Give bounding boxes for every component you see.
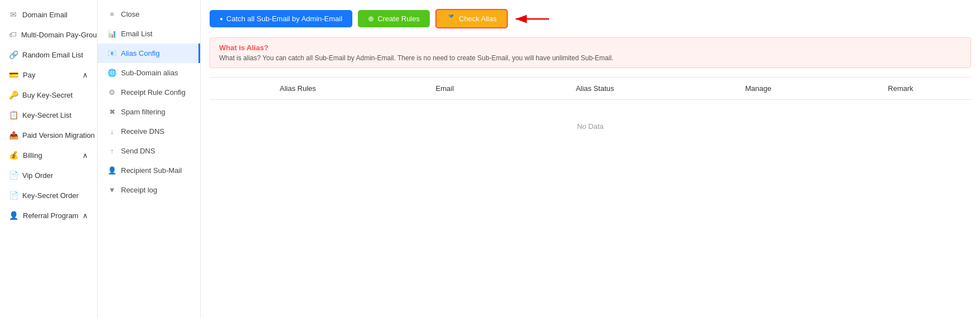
sub-sidebar-item-email-list[interactable]: 📊 Email List bbox=[98, 24, 200, 44]
sub-sidebar-item-sub-domain-alias[interactable]: 🌐 Sub-Domain alias bbox=[98, 63, 200, 83]
close-menu-icon: ≡ bbox=[108, 10, 117, 18]
sidebar-item-random-email[interactable]: 🔗 Random Email List bbox=[0, 45, 97, 65]
sub-sidebar-item-label: Send DNS bbox=[121, 147, 155, 155]
sidebar-item-multi-domain[interactable]: 🏷 Multi-Domain Pay-Group bbox=[0, 25, 97, 45]
email-list-icon: 📊 bbox=[108, 30, 117, 38]
sidebar-item-vip-order[interactable]: 📄 Vip Order bbox=[0, 165, 97, 185]
table-header-alias-status: Alias Status bbox=[503, 78, 686, 100]
sidebar-item-label: Referral Program bbox=[23, 211, 79, 220]
domain-email-icon: ✉ bbox=[9, 10, 18, 19]
key-order-icon: 📄 bbox=[9, 191, 18, 200]
sub-sidebar-item-label: Alias Config bbox=[121, 49, 159, 57]
catch-all-label: Catch all Sub-Email by Admin-Email bbox=[226, 15, 342, 23]
table-header-row: Alias Rules Email Alias Status Manage Re… bbox=[210, 78, 971, 100]
key-icon: 🔑 bbox=[9, 90, 18, 99]
referral-icon: 👤 bbox=[9, 211, 18, 220]
receive-dns-icon: ↓ bbox=[108, 127, 117, 136]
sidebar-item-key-secret-list[interactable]: 📋 Key-Secret List bbox=[0, 105, 97, 125]
table-header-manage: Manage bbox=[686, 78, 830, 100]
table-header-remark: Remark bbox=[830, 78, 971, 100]
sub-sidebar-item-label: Email List bbox=[121, 30, 152, 38]
table-header-alias-rules: Alias Rules bbox=[210, 78, 386, 100]
multi-domain-icon: 🏷 bbox=[9, 30, 17, 39]
sub-sidebar-item-receipt-rule-config[interactable]: ⚙ Receipt Rule Config bbox=[98, 83, 200, 102]
toolbar: ● Catch all Sub-Email by Admin-Email ⊕ C… bbox=[210, 9, 971, 28]
sidebar-item-label: Multi-Domain Pay-Group bbox=[21, 31, 98, 39]
create-rules-button[interactable]: ⊕ Create Rules bbox=[358, 10, 430, 27]
chevron-up-icon: ∧ bbox=[83, 71, 88, 79]
migration-icon: 📤 bbox=[9, 131, 18, 139]
left-sidebar: ✉ Domain Email 🏷 Multi-Domain Pay-Group … bbox=[0, 0, 98, 318]
alias-config-icon: 📧 bbox=[108, 49, 117, 57]
alias-info-box: What is Alias? What is alias? You can ca… bbox=[210, 37, 971, 68]
chevron-up-icon: ∧ bbox=[83, 211, 88, 220]
sub-sidebar-item-close[interactable]: ≡ Close bbox=[98, 4, 200, 24]
sub-sidebar: ≡ Close 📊 Email List 📧 Alias Config 🌐 Su… bbox=[98, 0, 201, 318]
sidebar-item-label: Key-Secret List bbox=[22, 111, 71, 119]
sub-sidebar-item-spam-filtering[interactable]: ✖ Spam filtering bbox=[98, 102, 200, 122]
sidebar-item-buy-key-secret[interactable]: 🔑 Buy Key-Secret bbox=[0, 85, 97, 105]
sub-sidebar-item-send-dns[interactable]: ↑ Send DNS bbox=[98, 141, 200, 161]
pay-icon: 💳 bbox=[9, 70, 18, 79]
sub-sidebar-item-receipt-log[interactable]: ▼ Receipt log bbox=[98, 180, 200, 200]
receipt-log-icon: ▼ bbox=[108, 186, 117, 194]
sidebar-group-referral[interactable]: 👤 Referral Program ∧ bbox=[0, 205, 97, 225]
info-box-description: What is alias? You can catch all Sub-Ema… bbox=[219, 54, 962, 62]
sub-sidebar-item-label: Spam filtering bbox=[121, 108, 165, 116]
sidebar-item-label: Billing bbox=[23, 151, 42, 160]
alias-table: Alias Rules Email Alias Status Manage Re… bbox=[210, 77, 971, 153]
sidebar-item-label: Paid Version Migration bbox=[22, 131, 95, 139]
sub-sidebar-item-label: Sub-Domain alias bbox=[121, 69, 178, 77]
sidebar-item-label: Key-Secret Order bbox=[22, 191, 79, 200]
sub-sidebar-item-label: Receipt log bbox=[121, 186, 157, 194]
send-dns-icon: ↑ bbox=[108, 147, 117, 155]
sub-sidebar-item-recipient-sub-mail[interactable]: 👤 Recipient Sub-Mail bbox=[98, 161, 200, 180]
table-header-email: Email bbox=[386, 78, 503, 100]
billing-icon: 💰 bbox=[9, 151, 18, 160]
sub-sidebar-item-label: Close bbox=[121, 10, 139, 18]
chevron-up-icon: ∧ bbox=[83, 151, 88, 160]
sub-sidebar-item-label: Recipient Sub-Mail bbox=[121, 166, 182, 175]
sub-sidebar-item-alias-config[interactable]: 📧 Alias Config bbox=[98, 44, 200, 63]
sub-sidebar-item-label: Receipt Rule Config bbox=[121, 88, 186, 97]
sidebar-item-label: Buy Key-Secret bbox=[22, 91, 72, 99]
recipient-sub-mail-icon: 👤 bbox=[108, 166, 117, 175]
sidebar-item-label: Vip Order bbox=[22, 171, 53, 180]
main-content: ● Catch all Sub-Email by Admin-Email ⊕ C… bbox=[201, 0, 980, 318]
sub-sidebar-item-label: Receive DNS bbox=[121, 127, 164, 136]
sidebar-item-label: Random Email List bbox=[22, 51, 83, 59]
create-rules-label: Create Rules bbox=[377, 15, 420, 23]
sidebar-item-label: Domain Email bbox=[22, 11, 67, 19]
list-icon: 📋 bbox=[9, 110, 18, 119]
plus-icon: ⊕ bbox=[368, 15, 374, 23]
check-alias-button[interactable]: 🏅 Check Alias bbox=[435, 9, 508, 28]
sidebar-item-domain-email[interactable]: ✉ Domain Email bbox=[0, 4, 97, 25]
medal-icon: 🏅 bbox=[447, 15, 455, 23]
vip-order-icon: 📄 bbox=[9, 171, 18, 180]
info-box-title: What is Alias? bbox=[219, 44, 962, 52]
sub-sidebar-item-receive-dns[interactable]: ↓ Receive DNS bbox=[98, 122, 200, 141]
sub-domain-alias-icon: 🌐 bbox=[108, 69, 117, 77]
sidebar-item-key-secret-order[interactable]: 📄 Key-Secret Order bbox=[0, 185, 97, 205]
random-email-icon: 🔗 bbox=[9, 50, 18, 59]
spam-filter-icon: ✖ bbox=[108, 108, 117, 116]
sidebar-group-billing[interactable]: 💰 Billing ∧ bbox=[0, 145, 97, 165]
sidebar-item-paid-version-migration[interactable]: 📤 Paid Version Migration bbox=[0, 125, 97, 145]
check-alias-wrapper: 🏅 Check Alias bbox=[435, 9, 508, 28]
catch-all-button[interactable]: ● Catch all Sub-Email by Admin-Email bbox=[210, 10, 352, 27]
dot-icon: ● bbox=[220, 16, 223, 22]
table-empty-row: No Data bbox=[210, 100, 971, 153]
receipt-rule-icon: ⚙ bbox=[108, 88, 117, 97]
red-arrow-annotation bbox=[510, 11, 555, 27]
sidebar-group-pay[interactable]: 💳 Pay ∧ bbox=[0, 65, 97, 85]
table-empty-message: No Data bbox=[210, 100, 971, 153]
check-alias-label: Check Alias bbox=[459, 15, 497, 23]
sidebar-item-label: Pay bbox=[23, 71, 35, 79]
